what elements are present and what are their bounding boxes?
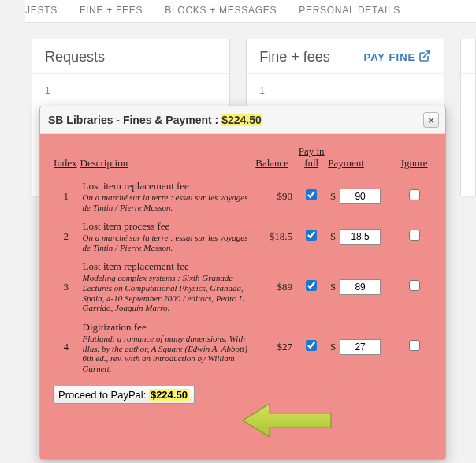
cell-balance: $27	[255, 317, 296, 378]
cell-balance: $89	[255, 256, 296, 317]
table-row: 3 Lost item replacement fee Modeling com…	[53, 256, 433, 317]
dialog-title-prefix: SB Libraries - Fines & Payment :	[48, 114, 221, 126]
fee-note: On a marché sur la terre : essai sur les…	[83, 233, 252, 252]
cell-index: 2	[53, 216, 80, 256]
th-pay-in-full: Pay in full	[296, 145, 327, 176]
payment-input[interactable]	[340, 339, 381, 355]
dialog-close-button[interactable]: ×	[423, 112, 439, 128]
th-payment: Payment	[327, 145, 396, 176]
proceed-paypal-button[interactable]: Proceed to PayPal: $224.50	[53, 386, 195, 404]
proceed-amount: $224.50	[149, 389, 189, 401]
dialog-title-amount: $224.50	[221, 114, 262, 126]
payment-input[interactable]	[340, 279, 381, 295]
dollar-icon: $	[330, 281, 336, 293]
dollar-icon: $	[330, 230, 336, 243]
dollar-icon: $	[330, 341, 336, 353]
arrow-callout-icon	[240, 402, 334, 439]
fee-name: Digitization fee	[83, 321, 252, 334]
ignore-checkbox[interactable]	[409, 230, 420, 241]
cell-index: 4	[53, 317, 80, 378]
tab-blocks[interactable]: BLOCKS + MESSAGES	[165, 5, 277, 16]
ignore-checkbox[interactable]	[409, 189, 420, 200]
fee-note: On a marché sur la terre : essai sur les…	[83, 192, 252, 212]
svg-line-0	[424, 51, 430, 57]
ignore-checkbox[interactable]	[409, 280, 420, 291]
pay-in-full-checkbox[interactable]	[306, 189, 317, 200]
cell-index: 3	[53, 256, 80, 317]
th-description: Description	[80, 145, 255, 176]
fee-note: Modeling complex systems : Sixth Granada…	[83, 273, 252, 313]
th-ignore: Ignore	[396, 145, 433, 176]
close-icon: ×	[428, 114, 434, 126]
pay-fine-link[interactable]: PAY FINE	[363, 50, 431, 65]
payment-input[interactable]	[340, 229, 381, 245]
card-fines-count: 1	[259, 85, 265, 96]
th-balance: Balance	[255, 145, 296, 176]
table-row: 4 Digitization fee Flatland; a romance o…	[53, 317, 433, 378]
card-right-clipped	[460, 39, 476, 196]
dialog-titlebar: SB Libraries - Fines & Payment : $224.50…	[40, 106, 445, 134]
top-tabs: JESTS FINE + FEES BLOCKS + MESSAGES PERS…	[25, 0, 476, 23]
table-row: 2 Lost item process fee On a marché sur …	[53, 216, 433, 256]
pay-in-full-checkbox[interactable]	[306, 230, 317, 241]
card-fines-title: Fine + fees	[259, 49, 330, 65]
pay-fine-label: PAY FINE	[363, 51, 415, 63]
pay-in-full-checkbox[interactable]	[306, 340, 317, 351]
tab-fines[interactable]: FINE + FEES	[80, 5, 143, 16]
tab-personal[interactable]: PERSONAL DETAILS	[299, 5, 400, 16]
table-row: 1 Lost item replacement fee On a marché …	[53, 176, 433, 216]
pay-in-full-checkbox[interactable]	[306, 280, 317, 291]
cell-balance: $18.5	[255, 216, 296, 256]
cell-index: 1	[53, 176, 80, 216]
card-requests-count: 1	[45, 85, 50, 96]
dollar-icon: $	[330, 190, 336, 203]
fines-dialog: SB Libraries - Fines & Payment : $224.50…	[39, 106, 446, 460]
fee-name: Lost item process fee	[83, 220, 252, 233]
card-requests-title: Requests	[45, 49, 105, 65]
th-index: Index	[53, 145, 80, 176]
dialog-body: Index Description Balance Pay in full Pa…	[40, 134, 445, 459]
fee-note: Flatland; a romance of many dimensions. …	[83, 334, 252, 374]
ignore-checkbox[interactable]	[409, 340, 420, 351]
payment-input[interactable]	[340, 189, 381, 204]
external-link-icon	[418, 50, 431, 65]
cell-balance: $90	[255, 176, 296, 216]
fee-name: Lost item replacement fee	[83, 180, 252, 192]
fees-table: Index Description Balance Pay in full Pa…	[53, 145, 433, 378]
proceed-prefix: Proceed to PayPal:	[58, 389, 149, 401]
fee-name: Lost item replacement fee	[83, 260, 252, 273]
tab-requests[interactable]: JESTS	[25, 5, 58, 16]
